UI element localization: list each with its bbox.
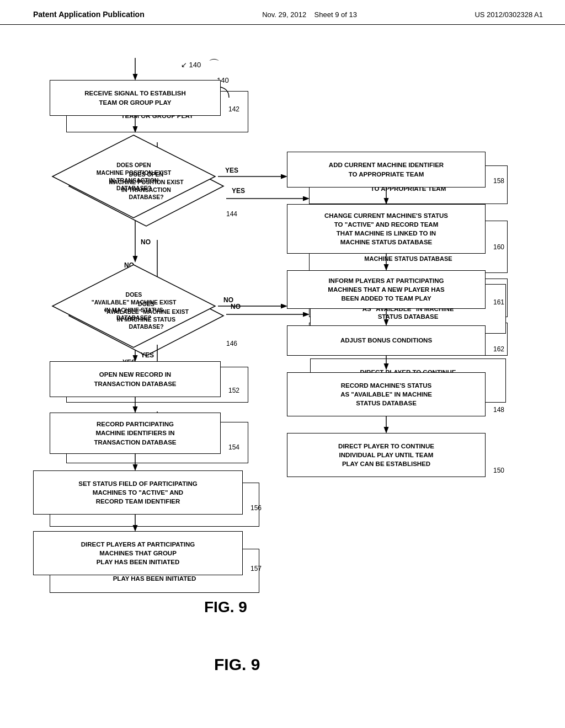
publication-date: Nov. 29, 2012 Sheet 9 of 13 [262, 10, 357, 19]
svg-text:NO: NO [141, 238, 151, 246]
pd-node-161: INFORM PLAYERS AT PARTICIPATINGMACHINES … [287, 270, 486, 309]
pd-node-142: RECEIVE SIGNAL TO ESTABLISHTEAM OR GROUP… [50, 80, 221, 116]
pd-node-152: OPEN NEW RECORD INTRANSACTION DATABASE 1… [50, 361, 221, 397]
pd-node-144: DOES OPENMACHINE POSITION EXISTIN TRANSA… [50, 132, 218, 221]
patent-diagram: RECEIVE SIGNAL TO ESTABLISHTEAM OR GROUP… [0, 55, 565, 717]
pd-node-148: RECORD MACHINE'S STATUSAS "AVAILABLE" IN… [287, 372, 486, 416]
pd-node-158: ADD CURRENT MACHINE IDENTIFIERTO APPROPR… [287, 152, 486, 188]
pd-node-146: DOES"AVAILABLE" MACHINE EXISTIN MACHINE … [50, 262, 218, 350]
pd-node-154: RECORD PARTICIPATINGMACHINE IDENTIFIERS … [50, 413, 221, 454]
publication-title: Patent Application Publication [33, 10, 145, 19]
page-header: Patent Application Publication Nov. 29, … [0, 0, 565, 25]
patent-number: US 2012/0302328 A1 [475, 10, 543, 19]
svg-text:YES: YES [141, 351, 154, 359]
pd-node-156: SET STATUS FIELD OF PARTICIPATINGMACHINE… [33, 470, 243, 515]
svg-text:NO: NO [223, 296, 233, 304]
svg-text:↙ 140: ↙ 140 [181, 61, 201, 69]
svg-text:YES: YES [225, 167, 238, 174]
fig-9-label: FIG. 9 [204, 598, 247, 616]
pd-node-150: DIRECT PLAYER TO CONTINUEINDIVIDUAL PLAY… [287, 433, 486, 477]
pd-node-162: ADJUST BONUS CONDITIONS 162 [287, 325, 486, 356]
pd-node-157: DIRECT PLAYERS AT PARTICIPATINGMACHINES … [33, 531, 243, 575]
pd-node-160: CHANGE CURRENT MACHINE'S STATUSTO "ACTIV… [287, 204, 486, 254]
